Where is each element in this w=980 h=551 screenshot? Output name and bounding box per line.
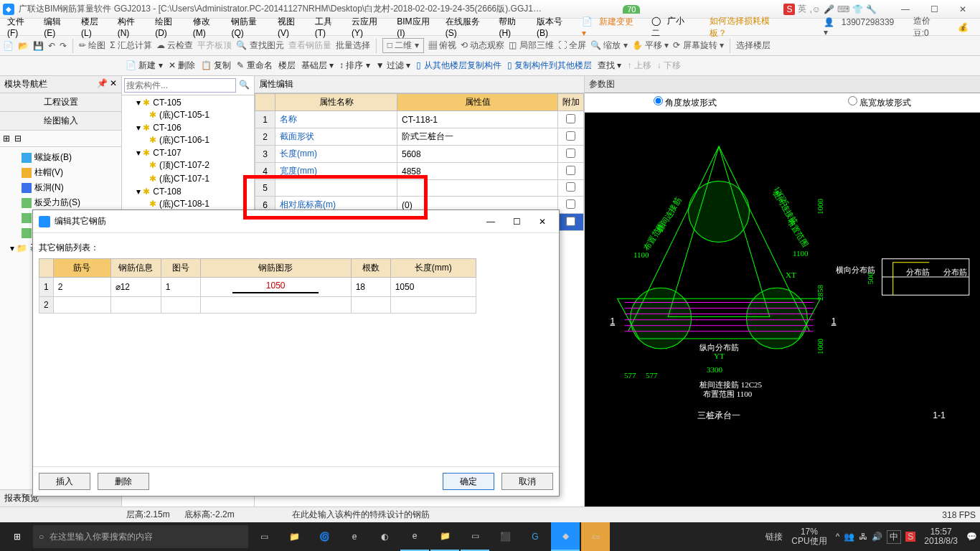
coin-icon[interactable]: 💰 bbox=[953, 21, 973, 34]
undo-icon[interactable]: ↶ bbox=[48, 41, 55, 51]
menu-component[interactable]: 构件(N) bbox=[113, 14, 150, 39]
app-icon-9[interactable]: ▭ bbox=[581, 522, 610, 551]
app-icon-2[interactable]: ◐ bbox=[370, 522, 399, 551]
app-icon-7[interactable]: G bbox=[521, 522, 550, 551]
menu-bim[interactable]: BIM应用(I) bbox=[392, 14, 440, 39]
view-zoom[interactable]: 🔍 缩放 ▾ bbox=[590, 39, 628, 52]
start-button[interactable]: ⊞ bbox=[3, 522, 32, 551]
btn-copy-to[interactable]: ▯ 复制构件到其他楼层 bbox=[507, 60, 592, 72]
dialog-max[interactable]: ☐ bbox=[506, 217, 527, 227]
tree-leaf[interactable]: ✱(底)CT-107-1 bbox=[123, 172, 253, 186]
pin-icon[interactable]: 📌 ✕ bbox=[97, 78, 117, 90]
cancel-button[interactable]: 取消 bbox=[501, 473, 553, 490]
expand-icon[interactable]: ⊞ bbox=[3, 133, 10, 143]
tip-link[interactable]: 如何选择损耗模板？ bbox=[705, 14, 785, 41]
insert-button[interactable]: 插入 bbox=[39, 473, 90, 490]
tree-node[interactable]: ▾ ✱CT-107 bbox=[123, 147, 253, 159]
btn-filter[interactable]: ▼ 过滤 ▾ bbox=[376, 60, 411, 72]
btn-up[interactable]: ↑ 上移 bbox=[627, 60, 651, 72]
sel-base[interactable]: 基础层 ▾ bbox=[301, 60, 334, 72]
menu-help[interactable]: 帮助(H) bbox=[494, 14, 531, 39]
btn-copy-from[interactable]: ▯ 从其他楼层复制构件 bbox=[416, 60, 501, 72]
menu-view[interactable]: 视图(V) bbox=[273, 14, 309, 39]
tray-up-icon[interactable]: ^ bbox=[836, 532, 840, 542]
new-icon[interactable]: 📄 bbox=[3, 41, 14, 51]
radio-angle[interactable]: 角度放坡形式 bbox=[654, 96, 717, 109]
tool-view-qty[interactable]: 查看钢筋量 bbox=[288, 39, 331, 52]
taskbar-search[interactable]: ○ 在这里输入你要搜索的内容 bbox=[33, 525, 248, 548]
nav-item[interactable]: 螺旋板(B) bbox=[3, 150, 118, 165]
redo-icon[interactable]: ↷ bbox=[60, 41, 67, 51]
view-3d[interactable]: ◫ 局部三维 bbox=[509, 39, 553, 52]
view-2d[interactable]: □ 二维 ▾ bbox=[382, 38, 424, 53]
nav-item[interactable]: 柱帽(V) bbox=[3, 165, 118, 180]
dialog-min[interactable]: — bbox=[480, 217, 501, 227]
taskview-icon[interactable]: ▭ bbox=[250, 522, 278, 551]
app-icon-3[interactable]: e bbox=[400, 522, 429, 551]
tree-node[interactable]: ▾ ✱CT-106 bbox=[123, 122, 253, 133]
tray-ime[interactable]: 中 bbox=[887, 530, 901, 544]
delete-button[interactable]: 删除 bbox=[98, 473, 149, 490]
menu-new-change[interactable]: 📄 新建变更 ▾ bbox=[578, 14, 646, 39]
folder-icon[interactable]: 📁 bbox=[280, 522, 308, 551]
tray-sogou-icon[interactable]: S bbox=[905, 532, 915, 542]
app-icon-4[interactable]: 📁 bbox=[430, 522, 459, 551]
view-top[interactable]: ▦ 俯视 bbox=[428, 39, 456, 52]
btn-new[interactable]: 📄 新建 ▾ bbox=[126, 60, 163, 72]
menu-cloud[interactable]: 云应用(Y) bbox=[347, 14, 391, 39]
tray-link[interactable]: 链接 bbox=[765, 531, 783, 543]
radio-width[interactable]: 底宽放坡形式 bbox=[848, 96, 911, 109]
menu-version[interactable]: 版本号(B) bbox=[532, 14, 576, 39]
tree-leaf[interactable]: ✱(底)CT-105-1 bbox=[123, 108, 253, 122]
select-floor[interactable]: 选择楼层 bbox=[736, 39, 771, 52]
tree-node[interactable]: ▾ ✱CT-108 bbox=[123, 186, 253, 197]
btn-rename[interactable]: ✎ 重命名 bbox=[237, 60, 272, 72]
save-icon[interactable]: 💾 bbox=[33, 41, 44, 51]
btn-copy[interactable]: 📋 复制 bbox=[201, 60, 231, 72]
menu-online[interactable]: 在线服务(S) bbox=[441, 14, 494, 39]
tool-align[interactable]: 平齐板顶 bbox=[197, 39, 232, 52]
tool-batch[interactable]: 批量选择 bbox=[336, 39, 370, 52]
menu-floor[interactable]: 楼层(L) bbox=[77, 14, 112, 39]
tray-vol-icon[interactable]: 🔊 bbox=[872, 532, 882, 542]
menu-quantity[interactable]: 钢筋量(Q) bbox=[227, 14, 271, 39]
menu-modify[interactable]: 修改(M) bbox=[189, 14, 226, 39]
tray-clock[interactable]: 15:572018/8/3 bbox=[920, 527, 962, 546]
btn-down[interactable]: ↓ 下移 bbox=[657, 60, 681, 72]
nav-tab-settings[interactable]: 工程设置 bbox=[0, 93, 121, 112]
cad-canvas[interactable]: 三桩承台一 1-1 1 1 桩间连接筋 布置范围 1100 桩间连接筋 12C2… bbox=[585, 113, 980, 507]
nav-item[interactable]: 板受力筋(S) bbox=[3, 195, 118, 210]
tree-leaf[interactable]: ✱(底)CT-106-1 bbox=[123, 133, 253, 147]
app-icon-5[interactable]: ▭ bbox=[461, 522, 489, 551]
nav-item[interactable]: 板洞(N) bbox=[3, 180, 118, 195]
ok-button[interactable]: 确定 bbox=[443, 473, 494, 490]
tool-sum[interactable]: Σ 汇总计算 bbox=[110, 39, 152, 52]
tree-node[interactable]: ▾ ✱CT-105 bbox=[123, 97, 253, 108]
tray-notif-icon[interactable]: 💬 bbox=[966, 532, 977, 542]
app-icon-8[interactable]: ◆ bbox=[551, 522, 580, 551]
menu-tools[interactable]: 工具(T) bbox=[311, 14, 346, 39]
open-icon[interactable]: 📂 bbox=[18, 41, 29, 51]
tray-net-icon[interactable]: 🖧 bbox=[859, 532, 867, 542]
sel-floor[interactable]: 楼层 bbox=[278, 60, 296, 72]
tray-people-icon[interactable]: 👥 bbox=[844, 532, 854, 542]
menu-file[interactable]: 文件(F) bbox=[3, 14, 38, 39]
search-input[interactable] bbox=[124, 78, 236, 93]
search-icon[interactable]: 🔍 bbox=[236, 78, 253, 93]
tool-cloud[interactable]: ☁ 云检查 bbox=[156, 39, 193, 52]
tool-find[interactable]: 🔍 查找图元 bbox=[236, 39, 283, 52]
btn-delete[interactable]: ✕ 删除 bbox=[169, 60, 195, 72]
btn-find[interactable]: 查找 ▾ bbox=[598, 60, 621, 72]
dialog-close[interactable]: ✕ bbox=[532, 217, 553, 227]
app-icon-6[interactable]: ⬛ bbox=[491, 522, 519, 551]
menu-draw[interactable]: 绘图(D) bbox=[151, 14, 187, 39]
view-rotate[interactable]: ⟳ 屏幕旋转 ▾ bbox=[673, 39, 724, 52]
view-pan[interactable]: ✋ 平移 ▾ bbox=[632, 39, 669, 52]
app-icon-1[interactable]: 🌀 bbox=[310, 522, 339, 551]
tool-draw[interactable]: ✏ 绘图 bbox=[79, 39, 105, 52]
collapse-icon[interactable]: ⊟ bbox=[14, 133, 22, 143]
view-orbit[interactable]: ⟲ 动态观察 bbox=[461, 39, 504, 52]
btn-sort[interactable]: ↕ 排序 ▾ bbox=[339, 60, 370, 72]
menu-user[interactable]: ◯ 广小二 bbox=[647, 14, 699, 41]
view-full[interactable]: ⛶ 全屏 bbox=[558, 39, 586, 52]
